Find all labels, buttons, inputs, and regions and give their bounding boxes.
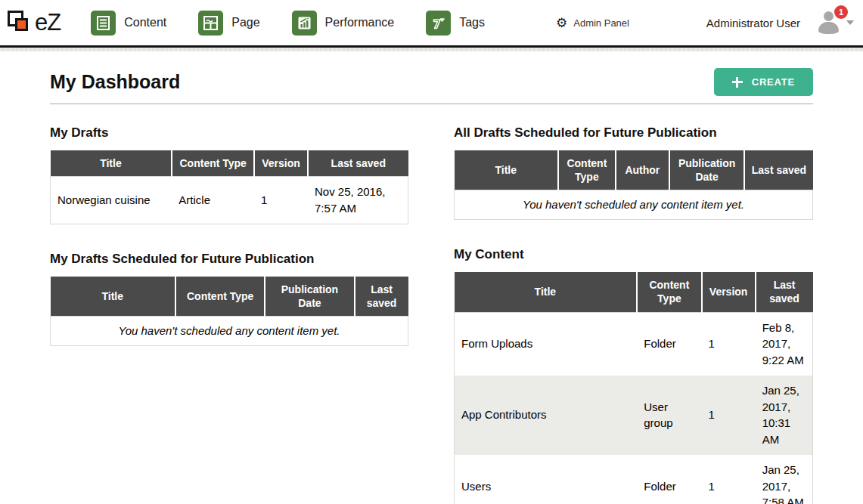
top-navigation-bar: eZ Content Page Performance Tags	[0, 0, 863, 45]
column-header: Last saved	[744, 150, 812, 190]
ez-logo[interactable]: eZ	[6, 7, 61, 39]
logo-text: eZ	[35, 9, 61, 36]
column-header: Version	[254, 150, 308, 177]
table-cell: Form Uploads	[455, 312, 638, 376]
my-content-table: TitleContent TypeVersionLast savedForm U…	[454, 272, 813, 504]
table-cell: 1	[702, 376, 756, 455]
table-header-row: TitleContent TypePublication DateLast sa…	[51, 277, 408, 317]
main-nav: Content Page Performance Tags	[91, 11, 517, 36]
header-texture-strip	[0, 48, 863, 51]
performance-icon	[292, 11, 317, 36]
column-header: Last saved	[355, 277, 408, 317]
nav-label-performance: Performance	[325, 16, 395, 29]
my-drafts-table: TitleContent TypeVersionLast savedNorweg…	[50, 150, 408, 224]
logo-square-orange	[15, 18, 28, 31]
right-column: All Drafts Scheduled for Future Publicat…	[454, 125, 813, 504]
title-row: My Dashboard CREATE	[50, 68, 813, 96]
empty-message: You haven't scheduled any content item y…	[51, 317, 408, 346]
dashboard-main: My Dashboard CREATE My Drafts TitleConte…	[0, 68, 863, 504]
avatar-icon	[824, 11, 834, 21]
dashboard-grid: My Drafts TitleContent TypeVersionLast s…	[50, 125, 813, 504]
table-cell: 1	[254, 177, 308, 224]
table-cell: User group	[637, 376, 701, 455]
table-cell: Jan 25, 2017, 7:58 AM	[756, 455, 813, 504]
admin-panel-button[interactable]: ⚙ Admin Panel	[556, 17, 629, 29]
nav-item-tags[interactable]: Tags	[426, 11, 485, 36]
column-header: Publication Date	[265, 277, 354, 317]
column-header: Version	[702, 272, 756, 312]
all-drafts-scheduled-table: TitleContent TypeAuthorPublication DateL…	[454, 150, 813, 220]
table-cell: Norwegian cuisine	[51, 177, 172, 224]
table-empty-row: You haven't scheduled any content item y…	[455, 190, 813, 220]
table-row[interactable]: Norwegian cuisineArticle1Nov 25, 2016, 7…	[51, 177, 408, 224]
table-header-row: TitleContent TypeAuthorPublication DateL…	[455, 150, 813, 190]
page-title: My Dashboard	[50, 71, 180, 93]
section-title-my-drafts-scheduled: My Drafts Scheduled for Future Publicati…	[50, 252, 408, 267]
table-header-row: TitleContent TypeVersionLast saved	[455, 272, 813, 312]
table-cell: Folder	[637, 455, 701, 504]
plus-icon	[732, 77, 743, 88]
my-drafts-section: My Drafts TitleContent TypeVersionLast s…	[50, 125, 408, 224]
notification-badge[interactable]: 1	[834, 5, 848, 19]
create-button-label: CREATE	[752, 76, 795, 88]
table-row[interactable]: App ContributorsUser group1Jan 25, 2017,…	[455, 376, 813, 455]
column-header: Last saved	[756, 272, 813, 312]
column-header: Title	[455, 272, 638, 312]
chevron-down-icon[interactable]	[846, 20, 854, 25]
table-cell: Jan 25, 2017, 10:31 AM	[756, 376, 813, 455]
user-name: Administrator User	[706, 17, 800, 29]
section-title-my-drafts: My Drafts	[50, 125, 408, 141]
column-header: Author	[616, 150, 669, 190]
tags-icon	[426, 11, 451, 36]
my-drafts-scheduled-table: TitleContent TypePublication DateLast sa…	[50, 277, 408, 346]
all-drafts-scheduled-section: All Drafts Scheduled for Future Publicat…	[454, 125, 813, 220]
my-drafts-scheduled-section: My Drafts Scheduled for Future Publicati…	[50, 252, 408, 346]
table-header-row: TitleContent TypeVersionLast saved	[51, 150, 408, 177]
create-button[interactable]: CREATE	[714, 68, 813, 96]
column-header: Content Type	[172, 150, 254, 177]
table-cell: Article	[172, 177, 254, 224]
table-cell: Feb 8, 2017, 9:22 AM	[756, 312, 813, 376]
gear-icon: ⚙	[556, 17, 567, 29]
nav-item-content[interactable]: Content	[91, 11, 166, 36]
nav-label-tags: Tags	[459, 16, 485, 29]
table-cell: 1	[702, 312, 756, 376]
nav-item-page[interactable]: Page	[198, 11, 259, 36]
column-header: Title	[51, 277, 176, 317]
column-header: Content Type	[175, 277, 265, 317]
avatar-icon-body	[818, 22, 839, 34]
section-title-my-content: My Content	[454, 247, 813, 262]
table-cell: App Contributors	[455, 376, 638, 455]
table-cell: Folder	[637, 312, 701, 376]
column-header: Title	[51, 150, 172, 177]
table-row[interactable]: UsersFolder1Jan 25, 2017, 7:58 AM	[455, 455, 813, 504]
page-icon	[198, 11, 223, 36]
table-empty-row: You haven't scheduled any content item y…	[51, 317, 408, 346]
nav-label-content: Content	[124, 16, 166, 29]
table-cell: 1	[702, 455, 756, 504]
column-header: Title	[455, 150, 558, 190]
title-divider	[50, 104, 813, 104]
my-content-section: My Content TitleContent TypeVersionLast …	[454, 247, 813, 504]
table-cell: Users	[455, 455, 638, 504]
nav-item-performance[interactable]: Performance	[292, 11, 395, 36]
empty-message: You haven't scheduled any content item y…	[455, 190, 813, 220]
admin-panel-label: Admin Panel	[573, 17, 629, 29]
section-title-all-drafts-scheduled: All Drafts Scheduled for Future Publicat…	[454, 125, 813, 141]
column-header: Publication Date	[669, 150, 745, 190]
column-header: Content Type	[558, 150, 616, 190]
ez-logo-icon	[6, 7, 33, 39]
nav-label-page: Page	[231, 16, 259, 29]
column-header: Content Type	[637, 272, 701, 312]
table-cell: Nov 25, 2016, 7:57 AM	[308, 177, 408, 224]
user-avatar[interactable]: 1	[817, 11, 841, 35]
table-row[interactable]: Form UploadsFolder1Feb 8, 2017, 9:22 AM	[455, 312, 813, 376]
left-column: My Drafts TitleContent TypeVersionLast s…	[50, 125, 408, 504]
user-menu: Administrator User 1	[706, 11, 854, 35]
column-header: Last saved	[308, 150, 408, 177]
content-icon	[91, 11, 116, 36]
